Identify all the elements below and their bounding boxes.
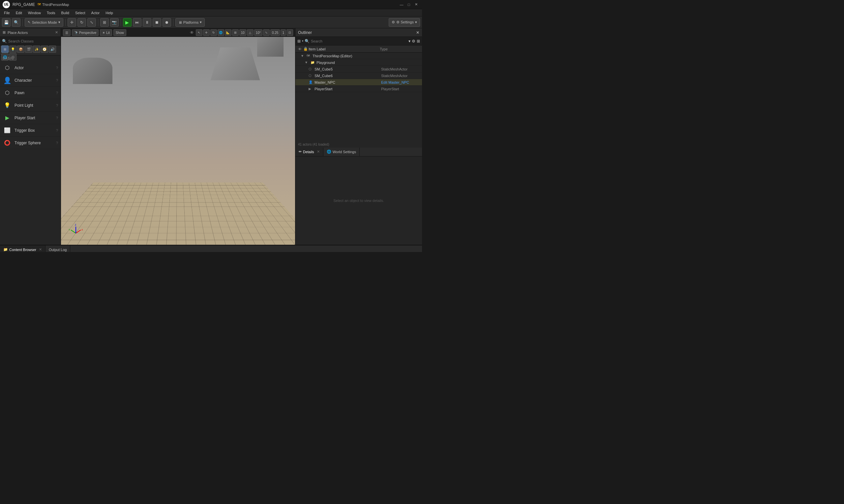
transform-button[interactable]: ✛ [68, 18, 76, 27]
root-name: ThirdPersonMap (Editor) [312, 54, 421, 58]
restore-button[interactable]: □ [406, 2, 412, 7]
platforms-button[interactable]: 🖥 Platforms ▾ [175, 18, 205, 27]
actor-item-character[interactable]: 👤 Character ? [0, 74, 61, 87]
fullscreen-icon[interactable]: ⊡ [287, 29, 293, 36]
actor-help-character[interactable]: ? [56, 78, 58, 82]
selection-mode-button[interactable]: ↖ Selection Mode ▾ [25, 18, 63, 27]
tab-output-log[interactable]: Output Log [46, 246, 70, 252]
save-button[interactable]: 💾 [2, 18, 11, 27]
outliner-search-input[interactable] [311, 39, 407, 43]
snap-icon[interactable]: 📐 [225, 29, 231, 36]
actor-help-pawn[interactable]: ? [56, 91, 58, 95]
outliner-root[interactable]: ▼ 🗺 ThirdPersonMap (Editor) [295, 53, 422, 59]
menubar: File Edit Window Tools Build Select Acto… [0, 9, 422, 16]
actor-item-triggersphere[interactable]: ⭕ Trigger Sphere ? [0, 137, 61, 149]
smcube5-icon: ⬡ [309, 67, 313, 71]
outliner-smcube5[interactable]: ⬡ SM_Cube5 StaticMeshActor [295, 66, 422, 72]
outliner-playerstart[interactable]: ▶ PlayerStart PlayerStart [295, 86, 422, 92]
menu-actor[interactable]: Actor [89, 10, 103, 16]
fx-tab[interactable]: ✨ [33, 46, 40, 53]
right-panel: Outliner ✕ ⊞ ▾ 🔍 ▾ ⚙ ⊞ 👁 🔒 Item Label Ty… [295, 28, 422, 245]
browse-button[interactable]: 🔍 [12, 18, 20, 27]
playground-folder-icon: 📁 [311, 60, 315, 64]
pause-button[interactable]: ⏸ [143, 18, 151, 27]
masternpc-icon: 👤 [309, 80, 313, 84]
menu-window[interactable]: Window [25, 10, 44, 16]
viewport-menu-button[interactable]: ☰ [63, 29, 71, 36]
menu-help[interactable]: Help [103, 10, 116, 16]
details-close[interactable]: ✕ [317, 149, 320, 154]
outliner-gear2-icon[interactable]: ⊞ [417, 39, 420, 43]
tab-world-settings[interactable]: 🌐 World Settings [323, 148, 360, 156]
show-button[interactable]: Show [114, 29, 126, 36]
menu-build[interactable]: Build [59, 10, 72, 16]
platforms-icon: 🖥 [178, 20, 182, 24]
actor-item-pointlight[interactable]: 💡 Point Light ? [0, 99, 61, 112]
root-arrow: ▼ [301, 54, 305, 58]
scale-button[interactable]: ⤡ [87, 18, 96, 27]
actor-help-playerstart[interactable]: ? [56, 116, 58, 120]
step-button[interactable]: ⏭ [133, 18, 141, 27]
scale-val[interactable]: 0.25 [270, 29, 280, 36]
axes-indicator: X Y Z [68, 222, 84, 238]
grid-val[interactable]: 10 [239, 29, 246, 36]
settings-button[interactable]: ⚙ ⚙ Settings ▾ [389, 18, 420, 27]
num-val[interactable]: 1 [280, 29, 286, 36]
snap-button[interactable]: ⊞ [100, 18, 109, 27]
actor-name-actor: Actor [15, 66, 53, 70]
eject-button[interactable]: ⏺ [162, 18, 171, 27]
outliner-close[interactable]: ✕ [416, 30, 419, 35]
play-button[interactable]: ▶ [123, 18, 132, 27]
actor-help-triggersphere[interactable]: ? [56, 141, 58, 145]
tab-details[interactable]: ✏ Details ✕ [295, 148, 323, 156]
cb-close[interactable]: ✕ [39, 247, 42, 252]
move-icon[interactable]: ✛ [203, 29, 210, 36]
perspective-button[interactable]: 🔭 Perspective [72, 29, 99, 36]
actor-item-playerstart[interactable]: ▶ Player Start ? [0, 112, 61, 124]
minimize-button[interactable]: — [398, 2, 405, 7]
lit-label: Lit [106, 31, 110, 35]
place-actors-close[interactable]: ✕ [55, 30, 58, 35]
outliner-playground[interactable]: ▼ 📁 Playground [295, 59, 422, 66]
grid-icon[interactable]: ⊞ [232, 29, 239, 36]
stop-button[interactable]: ⏹ [153, 18, 161, 27]
angle-icon[interactable]: △ [247, 29, 254, 36]
camera-button[interactable]: 📷 [110, 18, 119, 27]
actor-help-pointlight[interactable]: ? [56, 104, 58, 107]
actor-item-pawn[interactable]: ⬡ Pawn ? [0, 87, 61, 99]
smcube5-type: StaticMeshActor [381, 67, 421, 71]
actor-item-actor[interactable]: ⬡ Actor ? [0, 61, 61, 74]
light-tab[interactable]: 💡 [9, 46, 16, 53]
angle-val[interactable]: 10° [254, 29, 262, 36]
select-icon[interactable]: ↖ [196, 29, 203, 36]
menu-file[interactable]: File [1, 10, 13, 16]
close-button[interactable]: ✕ [413, 2, 419, 7]
masternpc-type[interactable]: Edit Master_NPC [381, 80, 421, 84]
viewport-scene[interactable]: X Y Z [61, 37, 295, 245]
globe-icon[interactable]: 🌐 [218, 29, 224, 36]
rotate-button[interactable]: ↻ [77, 18, 86, 27]
search-classes-input[interactable] [8, 39, 59, 43]
shape-tab[interactable]: 📦 [17, 46, 24, 53]
lit-button[interactable]: ☀ Lit [100, 29, 112, 36]
viewport[interactable]: ☰ 🔭 Perspective ☀ Lit Show 👁 ↖ ✛ ↻ 🌐 📐 ⊞… [61, 28, 295, 245]
outliner-settings-icon[interactable]: ⚙ [412, 39, 415, 43]
scale-icon[interactable]: ⤡ [263, 29, 270, 36]
outliner-smcube6[interactable]: ⬡ SM_Cube6 StaticMeshActor [295, 72, 422, 79]
outliner-masternpc[interactable]: 👤 Master_NPC Edit Master_NPC [295, 79, 422, 86]
visibility-toggle[interactable]: 👁 [189, 29, 195, 36]
actor-help-triggerbox[interactable]: ? [56, 128, 58, 132]
tab-content-browser[interactable]: 📁 Content Browser ✕ [0, 246, 46, 252]
cinematic-tab[interactable]: 🎬 [25, 46, 32, 53]
volume-tab[interactable]: 🔊 [49, 46, 56, 53]
output-label: Output Log [49, 248, 67, 252]
outliner-sort-icon[interactable]: ▾ [409, 39, 411, 43]
rotate-icon[interactable]: ↻ [210, 29, 217, 36]
nav-tab[interactable]: 🧭 [41, 46, 48, 53]
menu-tools[interactable]: Tools [44, 10, 58, 16]
menu-select[interactable]: Select [72, 10, 88, 16]
actor-help-actor[interactable]: ? [56, 66, 58, 70]
menu-edit[interactable]: Edit [13, 10, 25, 16]
all-tab[interactable]: ⊞ [1, 46, 8, 53]
actor-item-triggerbox[interactable]: ⬜ Trigger Box ? [0, 124, 61, 137]
